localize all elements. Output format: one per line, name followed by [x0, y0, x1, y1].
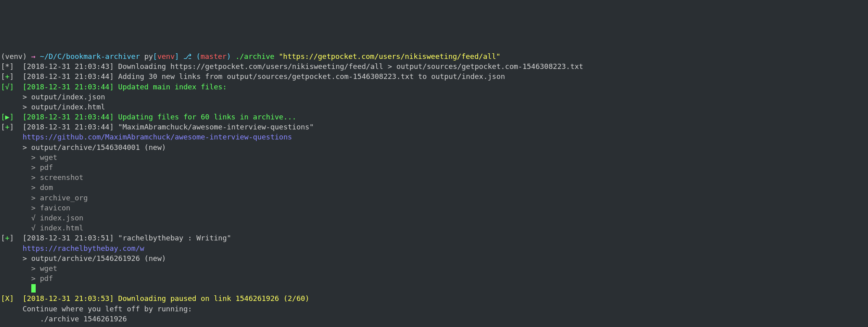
paren-close: )	[227, 52, 235, 61]
venv-tag: (venv)	[1, 52, 31, 61]
prompt-line: (venv) → ~/D/C/bookmark-archiver py[venv…	[1, 52, 501, 61]
bracket-close: ]	[10, 123, 14, 131]
branch-name: master	[201, 52, 227, 61]
log-msg: Adding 30 new links from output/sources/…	[114, 72, 505, 81]
cwd-text: ~/D/C/bookmark-archiver	[40, 52, 144, 61]
step-wget: > wget	[1, 153, 57, 161]
branch-icon: ⎇	[183, 52, 196, 61]
log-line-download: [*] [2018-12-31 21:03:43] Downloading ht…	[1, 62, 583, 71]
py-env: venv	[157, 52, 174, 61]
log-line-paused: [X] [2018-12-31 21:03:53] Downloading pa…	[1, 294, 309, 303]
link-url[interactable]: https://rachelbythebay.com/w	[1, 244, 144, 252]
terminal-output: (venv) → ~/D/C/bookmark-archiver py[venv…	[0, 50, 868, 324]
bracket-open: [	[1, 72, 5, 81]
cursor-indent	[1, 284, 31, 293]
plus-icon: +	[5, 234, 10, 242]
plus-icon: +	[5, 123, 10, 131]
plus-icon: +	[5, 72, 10, 81]
bracket-close: ]	[10, 72, 14, 81]
bracket-open: [	[1, 123, 5, 131]
log-msg: Downloading https://getpocket.com/users/…	[114, 62, 583, 71]
timestamp: [2018-12-31 21:03:51]	[14, 234, 114, 242]
step-favicon: > favicon	[1, 204, 70, 212]
bracket-close: ]	[10, 234, 14, 242]
output-dir: > output/archive/1546304001 (new)	[1, 143, 166, 151]
cursor-block-icon	[31, 284, 36, 293]
timestamp: [2018-12-31 21:03:44]	[14, 72, 114, 81]
step-pdf: > pdf	[1, 163, 53, 172]
output-dir: > output/archive/1546261926 (new)	[1, 254, 166, 262]
step-dom: > dom	[1, 183, 53, 192]
resume-cmd: ./archive 1546261926	[1, 315, 127, 323]
step-index-json: √ index.json	[1, 214, 83, 222]
open-bracket: [	[153, 52, 157, 61]
step-wget: > wget	[1, 264, 57, 272]
link-title: "rachelbythebay : Writing"	[114, 234, 231, 242]
link-title: "MaximAbramchuck/awesome-interview-quest…	[114, 123, 314, 131]
link-url[interactable]: https://github.com/MaximAbramchuck/aweso…	[1, 133, 292, 141]
step-screenshot: > screenshot	[1, 173, 83, 182]
cursor-line	[1, 284, 36, 293]
status-tag: [*]	[1, 62, 14, 71]
arrow-icon: →	[31, 52, 40, 61]
output-path: > output/index.json	[1, 93, 105, 101]
py-prefix: py	[144, 52, 153, 61]
resume-hint: Continue where you left off by running:	[1, 305, 192, 313]
timestamp: [2018-12-31 21:03:44]	[14, 123, 114, 131]
log-line-link-2: [+] [2018-12-31 21:03:51] "rachelbytheba…	[1, 234, 231, 242]
paren-open: (	[196, 52, 201, 61]
log-line-adding: [+] [2018-12-31 21:03:44] Adding 30 new …	[1, 72, 505, 81]
cmd-bin: ./archive	[235, 52, 279, 61]
log-line-link-1: [+] [2018-12-31 21:03:44] "MaximAbramchu…	[1, 123, 314, 131]
output-path: > output/index.html	[1, 103, 105, 111]
step-pdf: > pdf	[1, 274, 53, 283]
log-line-updating-files: [▶] [2018-12-31 21:03:44] Updating files…	[1, 113, 296, 121]
log-line-updated-index: [√] [2018-12-31 21:03:44] Updated main i…	[1, 83, 227, 91]
step-archive-org: > archive_org	[1, 194, 88, 202]
bracket-open: [	[1, 234, 5, 242]
close-bracket: ]	[175, 52, 184, 61]
timestamp: [2018-12-31 21:03:43]	[14, 62, 114, 71]
step-index-html: √ index.html	[1, 224, 83, 232]
cmd-arg: "https://getpocket.com/users/nikisweetin…	[279, 52, 501, 61]
